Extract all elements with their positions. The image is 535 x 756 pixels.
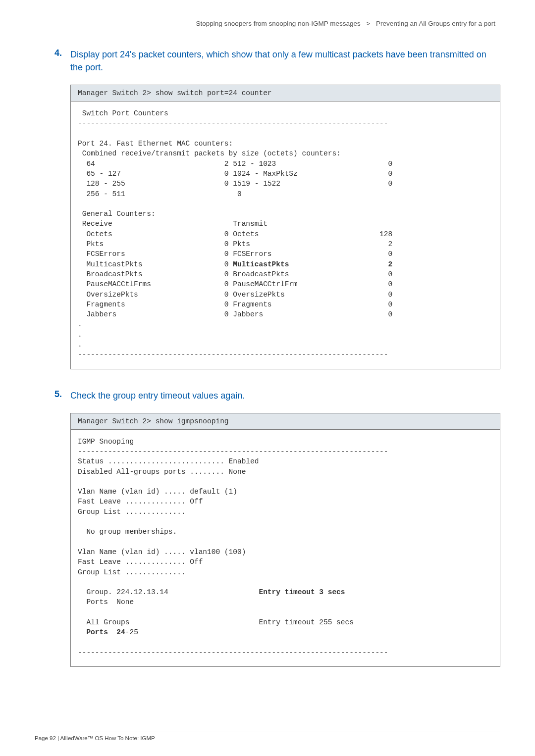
term-line: Fragments 0 Fragments 0 xyxy=(78,301,392,308)
term-line: ----------------------------------------… xyxy=(78,119,388,127)
term-line: 65 - 127 0 1024 - MaxPktSz 0 xyxy=(78,170,392,178)
term-line: Vlan Name (vlan id) ..... vlan100 (100) xyxy=(78,548,246,556)
terminal-body: Switch Port Counters -------------------… xyxy=(71,101,500,368)
term-line: Receive Transmit xyxy=(78,220,268,228)
term-line: No group memberships. xyxy=(78,528,177,536)
term-line-bold: Ports 24 xyxy=(86,628,125,636)
breadcrumb: Stopping snoopers from snooping non-IGMP… xyxy=(54,20,500,27)
term-line: All Groups Entry timeout 255 secs xyxy=(78,618,354,626)
term-line: MulticastPkts 0 xyxy=(78,260,233,268)
term-line: Fast Leave .............. Off xyxy=(78,558,203,566)
term-line: Vlan Name (vlan id) ..... default (1) xyxy=(78,488,237,496)
term-line: ----------------------------------------… xyxy=(78,649,388,656)
term-line: IGMP Snooping xyxy=(78,438,134,446)
step-5: 5. Check the group entry timeout values … xyxy=(54,389,500,402)
term-line: 128 - 255 0 1519 - 1522 0 xyxy=(78,180,392,188)
term-line xyxy=(78,628,86,636)
term-line: . xyxy=(78,331,82,339)
term-line: Group. 224.12.13.14 xyxy=(78,588,259,596)
terminal-command: Manager Switch 2> show switch port=24 co… xyxy=(71,85,500,101)
term-line: Disabled All-groups ports ........ None xyxy=(78,468,246,476)
term-line-bold: Entry timeout 3 secs xyxy=(259,588,345,596)
term-line: 64 2 512 - 1023 0 xyxy=(78,160,392,168)
term-line: Fast Leave .............. Off xyxy=(78,498,203,505)
terminal-command: Manager Switch 2> show igmpsnooping xyxy=(71,413,500,430)
step-number: 4. xyxy=(54,48,70,58)
term-line: Group List .............. xyxy=(78,508,186,516)
step-number: 5. xyxy=(54,389,70,400)
breadcrumb-right: Preventing an All Groups entry for a por… xyxy=(376,20,495,27)
step-4: 4. Display port 24's packet counters, wh… xyxy=(54,48,500,74)
term-line: ----------------------------------------… xyxy=(78,448,388,455)
breadcrumb-separator: > xyxy=(366,20,370,27)
term-line: 256 - 511 0 xyxy=(78,190,242,198)
term-line: Group List .............. xyxy=(78,568,186,576)
step-text: Check the group entry timeout values aga… xyxy=(70,389,245,402)
term-line: OversizePkts 0 OversizePkts 0 xyxy=(78,291,392,299)
term-line: FCSErrors 0 FCSErrors 0 xyxy=(78,250,392,258)
term-line: Combined receive/transmit packets by siz… xyxy=(78,150,341,157)
terminal-output-2: Manager Switch 2> show igmpsnooping IGMP… xyxy=(70,413,500,667)
terminal-body: IGMP Snooping --------------------------… xyxy=(71,430,500,667)
term-line: Ports None xyxy=(78,598,134,606)
term-line: BroadcastPkts 0 BroadcastPkts 0 xyxy=(78,270,392,278)
term-line: ----------------------------------------… xyxy=(78,351,388,358)
term-line: Switch Port Counters xyxy=(78,109,168,117)
term-line: Pkts 0 Pkts 2 xyxy=(78,240,392,248)
term-line: Port 24. Fast Ethernet MAC counters: xyxy=(78,140,233,148)
breadcrumb-left: Stopping snoopers from snooping non-IGMP… xyxy=(196,20,361,27)
term-line-bold: MulticastPkts 2 xyxy=(233,260,392,268)
term-line: Octets 0 Octets 128 xyxy=(78,230,392,238)
term-line: . xyxy=(78,341,82,349)
term-line: . xyxy=(78,320,82,328)
term-line: Status ........................... Enabl… xyxy=(78,457,259,465)
term-line: General Counters: xyxy=(78,210,156,218)
term-line: PauseMACCtlFrms 0 PauseMACCtrlFrm 0 xyxy=(78,280,392,288)
step-text: Display port 24's packet counters, which… xyxy=(70,48,500,74)
term-line: Jabbers 0 Jabbers 0 xyxy=(78,310,392,318)
term-line: -25 xyxy=(125,628,138,636)
terminal-output-1: Manager Switch 2> show switch port=24 co… xyxy=(70,85,500,369)
